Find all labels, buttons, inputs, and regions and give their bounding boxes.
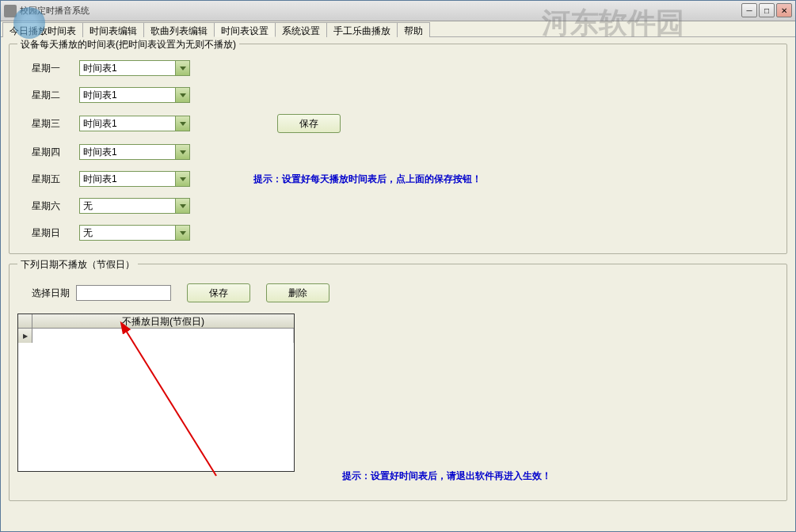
tab-song-list-edit[interactable]: 歌曲列表编辑 bbox=[143, 22, 215, 37]
tab-schedule-settings[interactable]: 时间表设置 bbox=[214, 22, 276, 37]
friday-label: 星期五 bbox=[32, 173, 79, 186]
tuesday-label: 星期二 bbox=[32, 89, 79, 102]
dropdown-icon[interactable] bbox=[175, 116, 189, 131]
maximize-button[interactable]: □ bbox=[759, 3, 775, 17]
minimize-button[interactable]: ─ bbox=[741, 3, 757, 17]
close-button[interactable]: ✕ bbox=[776, 3, 792, 17]
select-date-label: 选择日期 bbox=[32, 287, 70, 300]
thursday-label: 星期四 bbox=[32, 146, 79, 159]
dropdown-icon[interactable] bbox=[175, 61, 189, 75]
dropdown-icon[interactable] bbox=[175, 226, 189, 240]
grid-row-indicator-icon bbox=[18, 329, 32, 343]
saturday-label: 星期六 bbox=[32, 200, 79, 213]
main-window: 校园定时播音系统 ─ □ ✕ 今日播放时间表 时间表编辑 歌曲列表编辑 时间表设… bbox=[0, 0, 796, 532]
dropdown-icon[interactable] bbox=[175, 145, 189, 159]
group2-title: 下列日期不播放（节假日） bbox=[17, 258, 138, 272]
wednesday-combo[interactable]: 时间表1 bbox=[79, 116, 190, 131]
group1-title: 设备每天播放的时间表(把时间表设置为无则不播放) bbox=[17, 38, 239, 51]
sunday-label: 星期日 bbox=[32, 226, 79, 240]
daily-hint-text: 提示：设置好每天播放时间表后，点上面的保存按钮！ bbox=[253, 173, 482, 186]
tab-bar: 今日播放时间表 时间表编辑 歌曲列表编辑 时间表设置 系统设置 手工乐曲播放 帮… bbox=[1, 21, 795, 37]
holiday-group: 下列日期不播放（节假日） 选择日期 保存 删除 不播放日期(节假日) 提示：设置… bbox=[9, 264, 787, 501]
monday-label: 星期一 bbox=[32, 62, 79, 75]
daily-schedule-group: 设备每天播放的时间表(把时间表设置为无则不播放) 星期一 时间表1 星期二 时间… bbox=[9, 44, 787, 254]
app-icon bbox=[4, 5, 17, 17]
saturday-combo[interactable]: 无 bbox=[79, 198, 190, 214]
grid-corner bbox=[18, 314, 32, 329]
dropdown-icon[interactable] bbox=[175, 88, 189, 102]
titlebar: 校园定时播音系统 ─ □ ✕ bbox=[1, 1, 795, 21]
tab-today-schedule[interactable]: 今日播放时间表 bbox=[2, 22, 83, 37]
tab-schedule-edit[interactable]: 时间表编辑 bbox=[82, 22, 144, 37]
dropdown-icon[interactable] bbox=[175, 172, 189, 186]
holiday-grid[interactable]: 不播放日期(节假日) bbox=[17, 314, 295, 472]
grid-column-header: 不播放日期(节假日) bbox=[32, 314, 294, 329]
window-title: 校园定时播音系统 bbox=[20, 5, 90, 17]
tuesday-combo[interactable]: 时间表1 bbox=[79, 87, 190, 103]
tab-manual-music[interactable]: 手工乐曲播放 bbox=[326, 22, 398, 37]
monday-combo[interactable]: 时间表1 bbox=[79, 60, 190, 76]
dropdown-icon[interactable] bbox=[175, 199, 189, 213]
delete-holiday-button[interactable]: 删除 bbox=[266, 283, 329, 302]
grid-cell[interactable] bbox=[32, 329, 294, 343]
wednesday-label: 星期三 bbox=[32, 117, 79, 131]
thursday-combo[interactable]: 时间表1 bbox=[79, 144, 190, 160]
save-daily-button[interactable]: 保存 bbox=[277, 114, 341, 133]
sunday-combo[interactable]: 无 bbox=[79, 225, 190, 241]
tab-system-settings[interactable]: 系统设置 bbox=[275, 22, 327, 37]
tab-help[interactable]: 帮助 bbox=[397, 22, 430, 37]
save-holiday-button[interactable]: 保存 bbox=[187, 283, 250, 302]
holiday-hint-text: 提示：设置好时间表后，请退出软件再进入生效！ bbox=[342, 469, 551, 483]
date-input[interactable] bbox=[76, 285, 171, 301]
friday-combo[interactable]: 时间表1 bbox=[79, 171, 190, 187]
